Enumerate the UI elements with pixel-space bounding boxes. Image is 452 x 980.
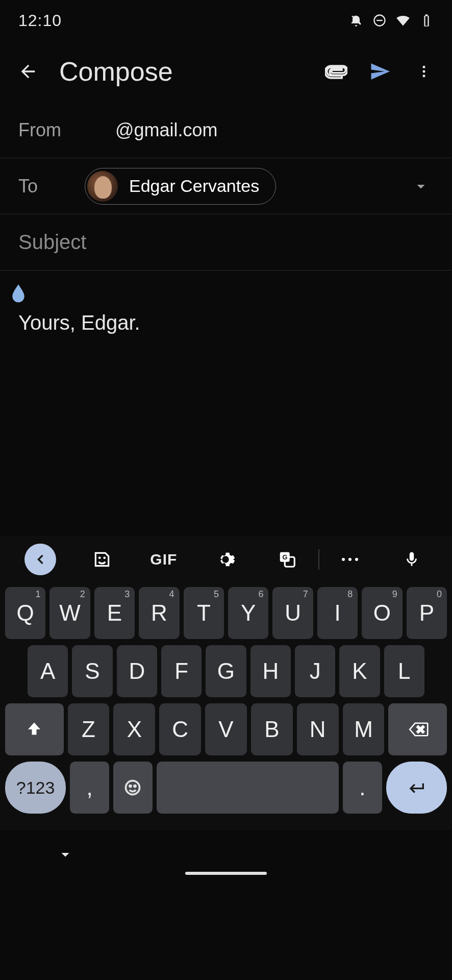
svg-point-10 <box>342 558 345 561</box>
key-t[interactable]: T5 <box>184 587 224 639</box>
attach-button[interactable] <box>323 59 349 84</box>
key-z[interactable]: Z <box>68 703 110 755</box>
key-c[interactable]: C <box>159 703 201 755</box>
period-key[interactable]: . <box>343 762 382 814</box>
more-button[interactable] <box>319 536 381 583</box>
keyboard: Q1W2E3R4T5Y6U7I8O9P0 ASDFGHJKL ZXCVBNM ?… <box>0 583 452 830</box>
svg-point-13 <box>126 781 140 795</box>
expand-recipients-button[interactable] <box>408 174 434 199</box>
to-row[interactable]: To Edgar Cervantes <box>0 158 452 214</box>
translate-button[interactable]: G <box>257 536 318 583</box>
comma-key[interactable]: , <box>70 762 109 814</box>
key-f[interactable]: F <box>161 645 202 697</box>
key-y[interactable]: Y6 <box>228 587 268 639</box>
hide-keyboard-button[interactable] <box>56 845 74 866</box>
backspace-key[interactable] <box>388 703 447 755</box>
key-o[interactable]: O9 <box>362 587 402 639</box>
svg-point-12 <box>355 558 358 561</box>
key-q[interactable]: Q1 <box>5 587 45 639</box>
key-v[interactable]: V <box>205 703 247 755</box>
toolbar-collapse-button[interactable] <box>9 536 71 583</box>
svg-point-5 <box>98 556 101 559</box>
key-n[interactable]: N <box>297 703 339 755</box>
home-indicator[interactable] <box>185 872 267 875</box>
key-a[interactable]: A <box>28 645 68 697</box>
key-b[interactable]: B <box>251 703 293 755</box>
svg-point-4 <box>423 75 425 77</box>
key-j[interactable]: J <box>295 645 335 697</box>
battery-icon <box>419 13 434 28</box>
more-button[interactable] <box>411 59 437 84</box>
from-value: @gmail.com <box>85 119 434 141</box>
key-r[interactable]: R4 <box>139 587 179 639</box>
symbols-key[interactable]: ?123 <box>5 762 66 814</box>
key-k[interactable]: K <box>339 645 380 697</box>
emoji-key[interactable] <box>113 762 153 814</box>
gif-button[interactable]: GIF <box>133 536 194 583</box>
back-button[interactable] <box>15 59 41 84</box>
key-e[interactable]: E3 <box>94 587 135 639</box>
svg-point-2 <box>423 66 425 68</box>
sticker-button[interactable] <box>71 536 133 583</box>
key-i[interactable]: I8 <box>317 587 358 639</box>
clock: 12:10 <box>18 11 62 30</box>
keyboard-toolbar: GIF G <box>0 536 452 583</box>
svg-point-15 <box>134 786 136 787</box>
mute-icon <box>349 13 363 28</box>
key-l[interactable]: L <box>384 645 424 697</box>
app-bar: Compose <box>0 41 452 102</box>
subject-row[interactable]: Subject <box>0 214 452 271</box>
mic-button[interactable] <box>381 536 443 583</box>
key-x[interactable]: X <box>113 703 155 755</box>
settings-button[interactable] <box>194 536 256 583</box>
to-label: To <box>18 176 85 197</box>
key-u[interactable]: U7 <box>272 587 313 639</box>
page-title: Compose <box>59 56 305 87</box>
svg-point-11 <box>348 558 351 561</box>
svg-point-14 <box>130 786 131 787</box>
subject-placeholder: Subject <box>18 231 85 254</box>
avatar <box>87 171 118 202</box>
enter-key[interactable] <box>386 762 447 814</box>
key-s[interactable]: S <box>72 645 112 697</box>
recipient-chip[interactable]: Edgar Cervantes <box>85 168 276 205</box>
send-button[interactable] <box>367 59 393 84</box>
status-icons <box>349 13 434 28</box>
key-w[interactable]: W2 <box>49 587 90 639</box>
from-label: From <box>18 119 85 141</box>
key-g[interactable]: G <box>206 645 246 697</box>
dnd-icon <box>372 13 387 28</box>
wifi-icon <box>396 13 410 28</box>
nav-bar <box>0 830 452 881</box>
svg-point-6 <box>103 556 106 559</box>
svg-rect-1 <box>376 20 383 21</box>
email-body[interactable]: Yours, Edgar. <box>0 271 452 536</box>
key-m[interactable]: M <box>343 703 385 755</box>
body-text: Yours, Edgar. <box>18 291 434 334</box>
svg-text:G: G <box>283 554 288 561</box>
key-d[interactable]: D <box>117 645 157 697</box>
key-p[interactable]: P0 <box>407 587 447 639</box>
recipient-name: Edgar Cervantes <box>129 176 259 196</box>
key-h[interactable]: H <box>250 645 291 697</box>
svg-point-3 <box>423 70 425 73</box>
space-key[interactable] <box>157 762 339 814</box>
status-bar: 12:10 <box>0 0 452 41</box>
shift-key[interactable] <box>5 703 64 755</box>
from-row[interactable]: From @gmail.com <box>0 102 452 158</box>
text-cursor-handle[interactable] <box>8 283 29 307</box>
